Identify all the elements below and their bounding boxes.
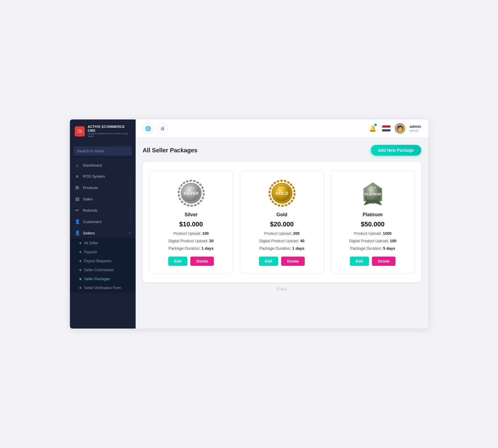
sub-nav-label: Payout Requests [84, 259, 111, 263]
package-duration-gold: Package Duration: 1 days [259, 246, 304, 251]
sellers-icon: 👤 [75, 230, 80, 236]
card-actions-platinum: Edit Delete [350, 257, 396, 266]
dot-icon [79, 242, 81, 244]
user-name: admin [410, 124, 421, 129]
package-duration-platinum: Package Duration: 5 days [350, 246, 395, 251]
dot-icon [79, 251, 81, 253]
card-actions-silver: Edit Delete [168, 257, 214, 266]
print-button[interactable]: 🖨 [157, 123, 168, 134]
package-product-upload-gold: Product Upload: 200 [264, 231, 300, 236]
customers-icon: 👤 [75, 219, 80, 224]
search-input[interactable] [77, 149, 128, 153]
logo-title: ACTIVE ECOMMERCE CMS [88, 125, 131, 133]
chevron-right-icon: › [130, 220, 131, 223]
sellers-submenu: All Seller Payouts Payout Requests Selle… [70, 239, 136, 292]
chevron-down-icon: ∨ [128, 231, 131, 235]
footer: © v4.1 [143, 282, 421, 296]
logo-emoji: 🛍 [77, 128, 82, 134]
sidebar-item-all-seller[interactable]: All Seller [70, 239, 136, 248]
print-icon: 🖨 [160, 126, 165, 131]
globe-button[interactable]: 🌐 [143, 123, 154, 134]
package-digital-upload-silver: Digital Product Upload: 20 [168, 239, 214, 243]
page-content: All Seller Packages Add New Package [136, 138, 428, 329]
notification-badge [374, 124, 377, 126]
sidebar-item-seller-commission[interactable]: Seller Commission [70, 266, 136, 274]
svg-text:PLATINUM: PLATINUM [364, 193, 381, 196]
package-product-upload-silver: Product Upload: 100 [173, 231, 209, 236]
edit-silver-button[interactable]: Edit [168, 257, 188, 266]
topbar-right: 🔔 🧑 admin admin [367, 123, 421, 134]
sidebar-item-products[interactable]: ⊞ Products › [70, 182, 136, 193]
add-package-button[interactable]: Add New Package [371, 145, 421, 156]
sidebar-item-customers[interactable]: 👤 Customers › [70, 216, 136, 227]
dot-icon [79, 278, 81, 280]
medal-silver-image: ★ ★ ★ SILVER [178, 180, 205, 207]
svg-text:★ ★ ★: ★ ★ ★ [279, 186, 285, 188]
svg-text:★ ★ ★: ★ ★ ★ [188, 186, 194, 188]
sub-nav-label: Seller Commission [84, 268, 114, 272]
logo-icon: 🛍 [75, 126, 85, 136]
package-price-silver: $10.000 [179, 220, 203, 228]
package-card-platinum: ★ ★ ★ PLATINUM Platinum $50.000 Product … [330, 171, 415, 273]
package-name-silver: Silver [185, 212, 198, 217]
page-title: All Seller Packages [143, 147, 197, 154]
sidebar-item-payout-requests[interactable]: Payout Requests [70, 257, 136, 266]
avatar-emoji: 🧑 [397, 125, 403, 132]
sidebar-item-dashboard[interactable]: ⌂ Dashboard [70, 160, 136, 171]
notifications-button[interactable]: 🔔 [367, 123, 378, 134]
delete-silver-button[interactable]: Delete [190, 257, 214, 266]
chevron-right-icon: › [130, 197, 131, 201]
delete-gold-button[interactable]: Delete [281, 257, 305, 266]
chevron-right-icon: › [130, 186, 131, 189]
svg-text:GOLD: GOLD [275, 191, 288, 196]
app-wrapper: 🛍 ACTIVE ECOMMERCE CMS LAUNCH SMARTER AS… [70, 119, 428, 329]
sub-nav-label: Payouts [84, 250, 97, 254]
delete-platinum-button[interactable]: Delete [372, 257, 396, 266]
sidebar-item-label: Sales [83, 197, 93, 201]
sidebar-item-label: Dashboard [83, 163, 102, 168]
package-digital-upload-platinum: Digital Product Upload: 100 [349, 239, 396, 243]
package-card-silver: ★ ★ ★ SILVER Silver $10.000 Product Uplo… [149, 171, 234, 273]
sidebar-item-seller-verification[interactable]: Seller Verification Form [70, 283, 136, 292]
refunds-icon: ↩ [75, 208, 80, 213]
package-digital-upload-gold: Digital Product Upload: 40 [259, 239, 304, 243]
sidebar-item-seller-packages[interactable]: Seller Packages [70, 274, 136, 283]
edit-platinum-button[interactable]: Edit [350, 257, 369, 266]
dashboard-icon: ⌂ [75, 163, 80, 168]
sidebar-item-sales[interactable]: ▤ Sales › [70, 193, 136, 205]
packages-grid: ★ ★ ★ SILVER Silver $10.000 Product Uplo… [143, 162, 421, 282]
language-selector[interactable] [382, 125, 390, 131]
topbar: 🌐 🖨 🔔 🧑 admin admin [136, 119, 428, 138]
topbar-left: 🌐 🖨 [143, 123, 168, 134]
globe-icon: 🌐 [145, 126, 151, 131]
sidebar-item-label: Customers [83, 220, 102, 224]
sidebar-item-pos[interactable]: ≡ POS System › [70, 171, 136, 182]
dot-icon [79, 287, 81, 289]
sub-nav-label: All Seller [84, 241, 98, 245]
sub-nav-label: Seller Packages [84, 277, 110, 281]
user-info: admin admin [410, 124, 421, 133]
sidebar-item-refunds[interactable]: ↩ Refunds › [70, 205, 136, 216]
chevron-right-icon: › [130, 175, 131, 178]
avatar[interactable]: 🧑 [395, 123, 405, 134]
sidebar-item-label: Refunds [83, 208, 97, 213]
sidebar-item-sellers[interactable]: 👤 Sellers ∨ [70, 227, 136, 239]
dot-icon [79, 260, 81, 262]
sidebar: 🛍 ACTIVE ECOMMERCE CMS LAUNCH SMARTER AS… [70, 119, 136, 329]
sidebar-logo: 🛍 ACTIVE ECOMMERCE CMS LAUNCH SMARTER AS… [70, 119, 136, 142]
search-box[interactable] [73, 146, 132, 156]
sidebar-item-payouts[interactable]: Payouts [70, 248, 136, 257]
medal-platinum-image: ★ ★ ★ PLATINUM [359, 180, 386, 207]
pos-icon: ≡ [75, 174, 80, 179]
edit-gold-button[interactable]: Edit [259, 257, 278, 266]
package-price-gold: $20.000 [270, 220, 294, 228]
user-role: admin [410, 129, 421, 133]
dot-icon [79, 269, 81, 271]
card-actions-gold: Edit Delete [259, 257, 305, 266]
package-name-platinum: Platinum [363, 212, 383, 217]
sidebar-item-label: Sellers [83, 231, 95, 235]
sub-nav-label: Seller Verification Form [84, 286, 121, 290]
version-text: © v4.1 [277, 287, 287, 291]
sidebar-item-label: Products [83, 185, 98, 190]
package-card-gold: ★ ★ ★ GOLD Gold $20.000 Product Upload: … [240, 171, 324, 273]
